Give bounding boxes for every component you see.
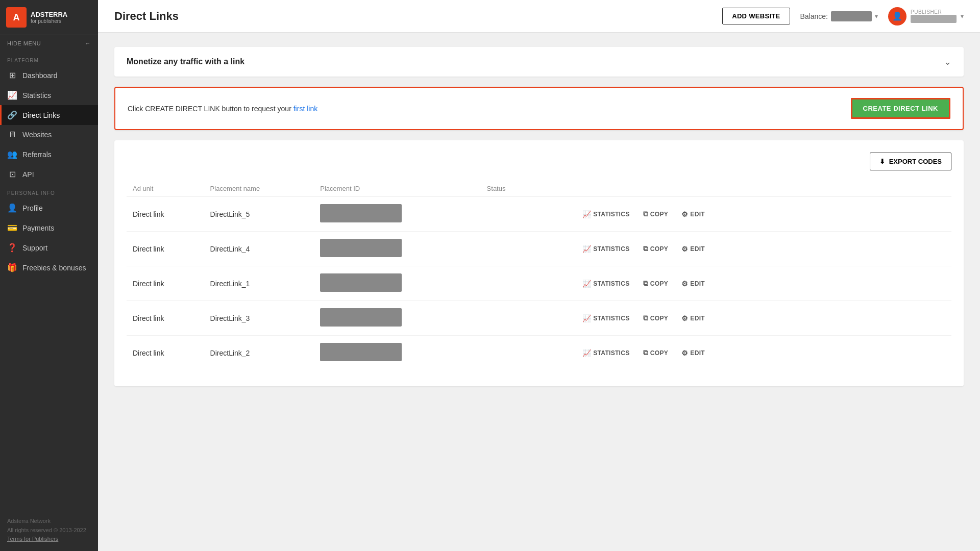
sidebar-item-freebies[interactable]: 🎁 Freebies & bonuses <box>0 258 98 278</box>
sidebar-logo: A ADSTERRA for publishers <box>0 0 98 35</box>
statistics-action-icon: 📈 <box>582 314 591 322</box>
placement-id-cell <box>314 301 480 336</box>
placement-name-cell: DirectLink_4 <box>204 232 314 266</box>
actions-cell: 📈 STATISTICS ⧉ COPY ⚙ EDIT <box>571 266 951 301</box>
statistics-action-button[interactable]: 📈 STATISTICS <box>577 208 635 221</box>
edit-action-button[interactable]: ⚙ EDIT <box>676 277 710 290</box>
user-menu[interactable]: 👤 PUBLISHER ▾ <box>888 7 964 26</box>
actions-cell: 📈 STATISTICS ⧉ COPY ⚙ EDIT <box>571 301 951 336</box>
copy-action-button[interactable]: ⧉ COPY <box>638 207 674 221</box>
statistics-action-button[interactable]: 📈 STATISTICS <box>577 242 635 256</box>
ad-unit-cell: Direct link <box>127 301 204 336</box>
edit-action-button[interactable]: ⚙ EDIT <box>676 346 710 360</box>
placement-name-cell: DirectLink_1 <box>204 266 314 301</box>
hide-menu-label: HIDE MENU <box>7 40 41 46</box>
copy-action-button[interactable]: ⧉ COPY <box>638 277 674 290</box>
placement-id-cell <box>314 197 480 232</box>
statistics-action-label: STATISTICS <box>593 245 629 253</box>
balance-label: Balance: <box>800 12 828 20</box>
footer-terms-link[interactable]: Terms for Publishers <box>7 536 58 542</box>
sidebar-item-label: Profile <box>22 204 43 212</box>
statistics-action-icon: 📈 <box>582 210 591 218</box>
ad-unit-cell: Direct link <box>127 336 204 370</box>
sidebar-item-dashboard[interactable]: ⊞ Dashboard <box>0 65 98 85</box>
sidebar-item-api[interactable]: ⊡ API <box>0 164 98 184</box>
freebies-icon: 🎁 <box>7 263 17 272</box>
statistics-action-icon: 📈 <box>582 349 591 357</box>
hide-menu-button[interactable]: HIDE MENU ← <box>0 35 98 52</box>
sidebar-item-statistics[interactable]: 📈 Statistics <box>0 85 98 105</box>
status-cell <box>481 336 571 370</box>
placement-name-cell: DirectLink_3 <box>204 301 314 336</box>
statistics-action-icon: 📈 <box>582 280 591 288</box>
api-icon: ⊡ <box>7 169 17 179</box>
edit-action-label: EDIT <box>690 280 705 287</box>
header: Direct Links ADD WEBSITE Balance: ▾ 👤 PU… <box>98 0 980 33</box>
statistics-action-button[interactable]: 📈 STATISTICS <box>577 312 635 325</box>
table-card: ⬇ EXPORT CODES Ad unit Placement name Pl… <box>114 140 964 386</box>
logo-icon: A <box>6 7 27 28</box>
sidebar-item-direct-links[interactable]: 🔗 Direct Links <box>0 105 98 125</box>
placement-id-cell <box>314 266 480 301</box>
monetize-chevron-icon: ⌄ <box>944 56 951 67</box>
ad-unit-cell: Direct link <box>127 232 204 266</box>
export-label: EXPORT CODES <box>889 158 942 165</box>
statistics-action-button[interactable]: 📈 STATISTICS <box>577 277 635 290</box>
monetize-title: Monetize any traffic with a link <box>127 57 244 66</box>
direct-links-icon: 🔗 <box>7 110 17 120</box>
col-placement-id: Placement ID <box>314 181 480 197</box>
col-ad-unit: Ad unit <box>127 181 204 197</box>
copy-action-button[interactable]: ⧉ COPY <box>638 311 674 325</box>
sidebar-item-label: Dashboard <box>22 71 58 80</box>
edit-action-label: EDIT <box>690 315 705 322</box>
table-toolbar: ⬇ EXPORT CODES <box>127 153 951 170</box>
actions-cell: 📈 STATISTICS ⧉ COPY ⚙ EDIT <box>571 336 951 370</box>
monetize-card: Monetize any traffic with a link ⌄ <box>114 47 964 77</box>
create-text: Click CREATE DIRECT LINK button to reque… <box>128 105 317 113</box>
edit-action-button[interactable]: ⚙ EDIT <box>676 242 710 256</box>
sidebar-item-profile[interactable]: 👤 Profile <box>0 198 98 218</box>
copy-action-icon: ⧉ <box>643 210 648 218</box>
col-status: Status <box>481 181 571 197</box>
export-codes-button[interactable]: ⬇ EXPORT CODES <box>870 153 951 170</box>
status-cell <box>481 301 571 336</box>
user-info: PUBLISHER <box>911 9 957 23</box>
edit-action-label: EDIT <box>690 349 705 357</box>
create-direct-link-button[interactable]: CREATE DIRECT LINK <box>851 98 950 119</box>
create-text-before: Click CREATE DIRECT LINK button to reque… <box>128 105 293 113</box>
copy-action-label: COPY <box>650 245 668 253</box>
sidebar-item-support[interactable]: ❓ Support <box>0 238 98 258</box>
export-icon: ⬇ <box>879 158 885 165</box>
edit-action-icon: ⚙ <box>681 314 688 322</box>
copy-action-label: COPY <box>650 349 668 357</box>
sidebar-item-websites[interactable]: 🖥 Websites <box>0 125 98 144</box>
edit-action-button[interactable]: ⚙ EDIT <box>676 208 710 221</box>
statistics-action-label: STATISTICS <box>593 280 629 287</box>
edit-action-button[interactable]: ⚙ EDIT <box>676 312 710 325</box>
user-avatar: 👤 <box>888 7 906 26</box>
copy-action-icon: ⧉ <box>643 348 648 357</box>
edit-action-label: EDIT <box>690 211 705 218</box>
sidebar-item-payments[interactable]: 💳 Payments <box>0 218 98 238</box>
statistics-action-label: STATISTICS <box>593 315 629 322</box>
status-cell <box>481 197 571 232</box>
actions-cell: 📈 STATISTICS ⧉ COPY ⚙ EDIT <box>571 232 951 266</box>
statistics-action-button[interactable]: 📈 STATISTICS <box>577 346 635 360</box>
ad-unit-cell: Direct link <box>127 266 204 301</box>
user-name-bar <box>911 15 957 23</box>
sidebar-item-label: API <box>22 170 34 179</box>
col-actions <box>571 181 951 197</box>
first-link-anchor[interactable]: first link <box>293 105 317 113</box>
balance-dropdown-icon[interactable]: ▾ <box>875 13 878 20</box>
sidebar-item-referrals[interactable]: 👥 Referrals <box>0 144 98 164</box>
copy-action-button[interactable]: ⧉ COPY <box>638 346 674 360</box>
user-role: PUBLISHER <box>911 9 957 15</box>
edit-action-icon: ⚙ <box>681 210 688 218</box>
monetize-header[interactable]: Monetize any traffic with a link ⌄ <box>114 47 964 77</box>
edit-action-label: EDIT <box>690 245 705 253</box>
copy-action-button[interactable]: ⧉ COPY <box>638 242 674 256</box>
sidebar-item-label: Direct Links <box>22 111 60 119</box>
add-website-button[interactable]: ADD WEBSITE <box>722 8 790 24</box>
page-content: Monetize any traffic with a link ⌄ Click… <box>98 33 980 551</box>
support-icon: ❓ <box>7 243 17 253</box>
